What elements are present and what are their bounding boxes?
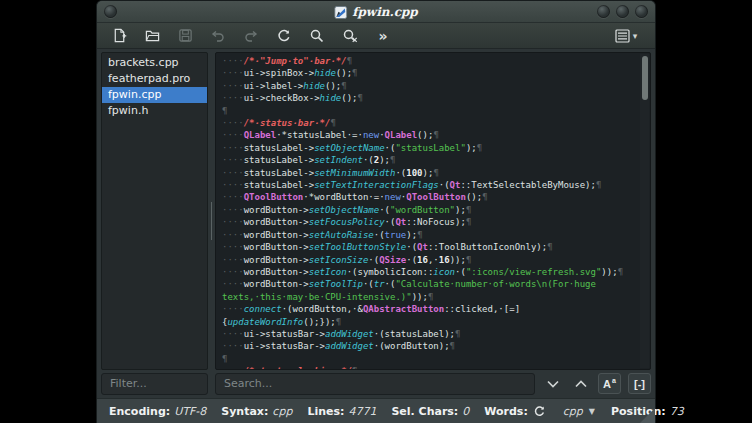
code-line: ····statusLabel->setTextInteractionFlags… [222, 179, 636, 191]
redo-icon [243, 28, 259, 44]
syntax-label: Syntax: [221, 405, 268, 418]
maximize-button[interactable] [616, 5, 629, 18]
main-content: brackets.cppfeatherpad.profpwin.cppfpwin… [97, 49, 655, 372]
new-file-button[interactable] [109, 26, 129, 46]
code-line: ····wordButton->setIconSize·(QSize·(16,·… [222, 254, 636, 266]
titlebar[interactable]: fpwin.cpp [97, 1, 655, 23]
syntax-value: cpp [272, 405, 292, 418]
bottom-bar: Aa [-] [97, 372, 655, 398]
words-label: Words: [484, 405, 528, 418]
code-line: ····/*·"Jump·to"·bar·*/¶ [222, 55, 636, 67]
search-and-replace-icon [342, 28, 359, 44]
code-line: ····statusLabel->setObjectName·("statusL… [222, 142, 636, 154]
save-button[interactable] [175, 26, 195, 46]
file-list-item[interactable]: fpwin.cpp [102, 87, 207, 103]
minimize-button[interactable] [597, 5, 610, 18]
sel-chars-value: 0 [462, 405, 469, 418]
new-file-icon [112, 28, 127, 43]
text-editor[interactable]: ····/*·"Jump·to"·bar·*/¶····ui->spinBox-… [215, 52, 651, 370]
whole-word-icon: [-] [634, 378, 645, 390]
search-input[interactable] [215, 373, 535, 395]
statusbar: Encoding: UTF-8 Syntax: cpp Lines: 4771 … [97, 398, 655, 423]
code-line: ····/*·status·bar·*/¶ [222, 117, 636, 129]
chevron-up-icon [574, 378, 588, 390]
search-button[interactable] [307, 26, 327, 46]
file-list-item[interactable]: fpwin.h [102, 103, 207, 119]
window-menu-button[interactable] [104, 5, 117, 18]
code-line: ····ui->checkBox->hide();¶ [222, 92, 636, 104]
search-icon [309, 28, 325, 44]
search-replace-button[interactable] [340, 26, 360, 46]
side-pane: brackets.cppfeatherpad.profpwin.cppfpwin… [101, 52, 208, 370]
lines-label: Lines: [307, 405, 344, 418]
find-previous-button[interactable] [570, 374, 591, 394]
open-folder-icon [145, 28, 160, 43]
combo-caret-icon: ▼ [589, 407, 595, 416]
editor-vertical-scrollbar[interactable] [640, 54, 649, 368]
featherpad-window: fpwin.cpp [96, 0, 656, 423]
lines-value: 4771 [348, 405, 376, 418]
screenshot-stage: fpwin.cpp [0, 0, 752, 423]
encoding-label: Encoding: [109, 405, 170, 418]
undo-icon [210, 28, 226, 44]
window-resize-grip[interactable] [640, 408, 655, 423]
reload-button[interactable] [274, 26, 294, 46]
code-line: ····wordButton->setIcon·(symbolicIcon::i… [222, 266, 636, 278]
save-icon [178, 28, 193, 43]
refresh-icon [533, 405, 546, 418]
code-line: ····QLabel·*statusLabel·=·new·QLabel();¶ [222, 129, 636, 141]
close-button[interactable] [635, 5, 648, 18]
code-line: {updateWordInfo();});¶ [222, 316, 636, 328]
sel-chars-label: Sel. Chars: [391, 405, 458, 418]
syntax-combo-value: cpp [563, 405, 583, 418]
open-file-button[interactable] [142, 26, 162, 46]
pane-splitter[interactable] [208, 52, 215, 370]
code-line: ¶ [222, 353, 636, 365]
code-line: ····/*·text·unlocking·*/¶ [222, 365, 636, 370]
file-list[interactable]: brackets.cppfeatherpad.profpwin.cppfpwin… [101, 52, 208, 370]
featherpad-app-icon [334, 6, 347, 19]
main-menu-button[interactable]: ▾ [609, 26, 643, 46]
statusbar-lines: Lines: 4771 [307, 405, 376, 418]
word-count-refresh-button[interactable] [532, 403, 548, 419]
more-tools-button[interactable]: » [373, 26, 393, 46]
code-line: ····wordButton->setFocusPolicy·(Qt::NoFo… [222, 216, 636, 228]
code-line: ····wordButton->setToolTip·(tr·("Calcula… [222, 278, 636, 290]
more-tools-icon: » [378, 26, 387, 46]
code-line: ····QToolButton·*wordButton·=·new·QToolB… [222, 191, 636, 203]
statusbar-encoding: Encoding: UTF-8 [109, 405, 206, 418]
undo-button[interactable] [208, 26, 228, 46]
toolbar: » ▾ [97, 23, 655, 49]
code-line: ····wordButton->setToolButtonStyle·(Qt::… [222, 241, 636, 253]
whole-word-button[interactable]: [-] [628, 373, 651, 394]
match-case-icon: Aa [603, 377, 616, 390]
window-title: fpwin.cpp [352, 5, 417, 19]
statusbar-sel-chars: Sel. Chars: 0 [391, 405, 469, 418]
menu-caret-icon: ▾ [633, 31, 638, 41]
chevron-down-icon [546, 378, 560, 390]
code-line: ····ui->statusBar->addWidget·(statusLabe… [222, 328, 636, 340]
statusbar-syntax: Syntax: cpp [221, 405, 292, 418]
position-label: Position: [611, 405, 666, 418]
file-list-item[interactable]: featherpad.pro [102, 71, 207, 87]
code-line: texts,·this·may·be·CPU-intensive.)"));¶ [222, 291, 636, 303]
find-next-button[interactable] [542, 374, 563, 394]
code-line: ····ui->statusBar->addWidget·(wordButton… [222, 340, 636, 352]
code-line: ····statusLabel->setMinimumWidth·(100);¶ [222, 167, 636, 179]
code-line: ····wordButton->setObjectName·("wordButt… [222, 204, 636, 216]
window-title-area: fpwin.cpp [334, 1, 417, 23]
code-line: ····statusLabel->setIndent·(2);¶ [222, 154, 636, 166]
editor-scrollbar-thumb[interactable] [642, 56, 648, 100]
code-area[interactable]: ····/*·"Jump·to"·bar·*/¶····ui->spinBox-… [222, 55, 636, 370]
filter-input[interactable] [101, 373, 208, 395]
code-line: ····ui->label->hide();¶ [222, 80, 636, 92]
redo-button[interactable] [241, 26, 261, 46]
code-line: ····connect·(wordButton,·&QAbstractButto… [222, 303, 636, 315]
match-case-button[interactable]: Aa [598, 373, 621, 394]
syntax-combobox[interactable]: cpp ▼ [563, 405, 595, 418]
statusbar-words: Words: [484, 403, 548, 419]
position-value: 73 [670, 405, 684, 418]
file-list-item[interactable]: brackets.cpp [102, 55, 207, 71]
code-line: ····wordButton->setAutoRaise·(true);¶ [222, 229, 636, 241]
code-line: ····ui->spinBox->hide();¶ [222, 67, 636, 79]
